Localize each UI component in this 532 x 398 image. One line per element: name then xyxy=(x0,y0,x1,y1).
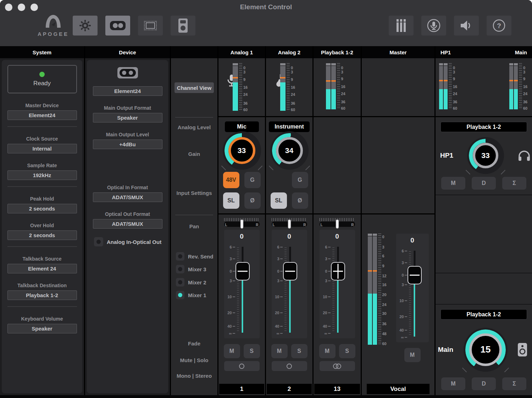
mute-button[interactable]: M xyxy=(404,348,421,362)
fader-handle[interactable] xyxy=(235,262,250,280)
pan-handle[interactable] xyxy=(240,219,243,229)
mono-button[interactable] xyxy=(272,361,307,371)
master-device-select[interactable]: Element24 xyxy=(7,110,77,120)
group-button[interactable]: G xyxy=(244,172,261,188)
gain-knob[interactable]: 34 xyxy=(276,137,303,164)
fader-value: 0 xyxy=(396,236,429,244)
soft-limit-button[interactable]: SL xyxy=(223,192,239,209)
window-bottom-edge xyxy=(0,395,532,398)
pan-handle[interactable] xyxy=(288,219,291,229)
fader[interactable]: 6303102040∞ xyxy=(272,245,307,334)
master-fader-section: 03691216202430364860 0 6303102040∞ M xyxy=(362,214,434,395)
device-panel: Element24 Main Output Format Speaker Mai… xyxy=(85,58,170,395)
mute-button[interactable]: M xyxy=(224,344,240,358)
main-mute-button[interactable]: M xyxy=(441,377,465,390)
main-output-format-select[interactable]: Speaker xyxy=(93,113,162,122)
analog1-input-section: Mic 33 48V G SL Ø xyxy=(218,117,265,213)
talkback-source-select[interactable]: Element 24 xyxy=(7,264,77,273)
fader-handle[interactable] xyxy=(408,266,422,284)
pan-slider[interactable]: L R xyxy=(224,218,260,227)
analog-in-optical-out-checkbox[interactable] xyxy=(94,237,103,246)
soft-limit-button[interactable]: SL xyxy=(271,192,287,209)
divider xyxy=(7,246,77,247)
clock-source-select[interactable]: Internal xyxy=(7,144,77,153)
main-level-knob[interactable]: 15 xyxy=(469,333,502,366)
phase-button[interactable]: Ø xyxy=(244,192,261,209)
analog2-input-section: Instrument 34 G SL Ø xyxy=(266,117,312,213)
optical-out-format-select[interactable]: ADAT/SMUX xyxy=(93,219,162,229)
device-view-button[interactable] xyxy=(105,16,130,36)
keyboard-volume-select[interactable]: Speaker xyxy=(7,324,77,333)
input-type-button[interactable]: Instrument xyxy=(269,121,310,132)
speaker-view-button[interactable] xyxy=(171,16,195,36)
hp1-mute-button[interactable]: M xyxy=(441,177,465,190)
optical-in-format-select[interactable]: ADAT/SMUX xyxy=(93,192,162,202)
settings-button[interactable] xyxy=(73,16,98,36)
analog-level-label: Analog Level xyxy=(171,124,217,130)
over-hold-select[interactable]: 2 seconds xyxy=(7,230,77,240)
mixer3-label: Mixer 3 xyxy=(188,266,206,272)
phase-button[interactable]: Ø xyxy=(292,192,308,209)
mute-button[interactable]: M xyxy=(319,344,336,358)
group-button[interactable]: G xyxy=(292,172,308,188)
hp1-source-button[interactable]: Playback 1-2 xyxy=(440,122,527,132)
system-inner-panel: Ready Master Device Element24 Clock Sour… xyxy=(2,60,82,393)
analog2-level-meter: 03916243660 xyxy=(266,58,312,111)
fader-handle[interactable] xyxy=(331,262,345,280)
talkback-button[interactable] xyxy=(421,16,446,36)
fader-handle[interactable] xyxy=(283,262,297,280)
toolbar-left xyxy=(73,16,195,36)
pan-slider[interactable]: L R xyxy=(272,218,307,227)
peak-hold-select[interactable]: 2 seconds xyxy=(7,204,77,213)
fader[interactable]: 6303102040∞ xyxy=(320,245,355,334)
main-output-level-select[interactable]: +4dBu xyxy=(93,140,162,149)
hp1-level-knob[interactable]: 33 xyxy=(473,143,498,168)
mixer2-radio[interactable] xyxy=(176,278,184,287)
hp1-sum-button[interactable]: Σ xyxy=(502,177,526,190)
pan-track: L R xyxy=(224,222,260,227)
status-text: Ready xyxy=(33,80,51,87)
mute-solo-label: Mute | Solo xyxy=(171,357,217,363)
meters-button[interactable] xyxy=(389,16,414,36)
main-source-button[interactable]: Playback 1-2 xyxy=(440,309,527,320)
mixer2-label: Mixer 2 xyxy=(188,279,206,285)
fader[interactable]: 6303102040∞ xyxy=(224,245,260,334)
mute-button[interactable]: M xyxy=(271,344,288,358)
apogee-logo: APOGEE xyxy=(33,14,74,37)
solo-button[interactable]: S xyxy=(339,344,355,358)
pan-slider[interactable]: L R xyxy=(320,218,355,227)
input-type-button[interactable]: Mic xyxy=(225,121,259,132)
device-name-select[interactable]: Element24 xyxy=(93,86,162,96)
phantom-48v-button[interactable]: 48V xyxy=(223,172,239,188)
talkback-mic-icon xyxy=(427,18,441,33)
main-dim-button[interactable]: D xyxy=(472,377,496,390)
solo-button[interactable]: S xyxy=(291,344,307,358)
gain-knob[interactable]: 33 xyxy=(228,137,255,164)
main-output-section: Playback 1-2 Main 15 xyxy=(436,305,532,395)
talkback-destination-select[interactable]: Playback 1-2 xyxy=(7,290,77,300)
divider xyxy=(175,117,213,118)
mixer1-radio[interactable] xyxy=(176,291,184,299)
fader-value: 0 xyxy=(320,233,355,240)
pan-handle[interactable] xyxy=(336,219,339,229)
header-device: Device xyxy=(85,46,170,58)
solo-button[interactable]: S xyxy=(244,344,260,358)
fader[interactable]: 6303102040∞ xyxy=(396,249,429,338)
main-sum-button[interactable]: Σ xyxy=(502,377,526,390)
mute-all-button[interactable] xyxy=(454,16,479,36)
mono-button[interactable] xyxy=(224,361,260,371)
rev-send-radio[interactable] xyxy=(176,252,184,261)
stereo-button[interactable] xyxy=(320,361,355,371)
hp1-dim-button[interactable]: D xyxy=(472,177,496,190)
playback-mid-section xyxy=(314,117,361,213)
channel-view-button[interactable]: Channel View xyxy=(174,82,214,93)
mixer3-radio[interactable] xyxy=(176,265,184,273)
sample-rate-select[interactable]: 192kHz xyxy=(7,170,77,180)
help-button[interactable]: ? xyxy=(487,16,511,36)
svg-text:?: ? xyxy=(497,22,501,29)
field-label: Sample Rate xyxy=(27,163,57,168)
fader-scale: 6303102040∞ xyxy=(272,245,280,334)
routing-view-button[interactable] xyxy=(138,16,163,36)
pan-right-label: R xyxy=(256,223,258,227)
view-sidebar: Channel View Analog Level Gain Input Set… xyxy=(171,58,217,395)
